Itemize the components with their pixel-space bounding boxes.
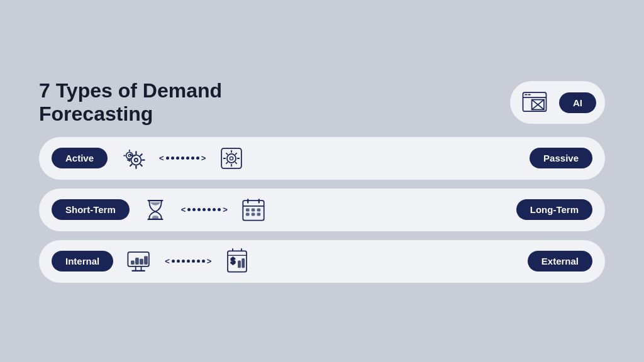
calendar-icon: [238, 194, 269, 226]
page-title: 7 Types of DemandForecasting: [39, 79, 497, 126]
svg-rect-57: [238, 261, 241, 268]
svg-rect-40: [252, 209, 254, 211]
dots-arrow-3: < >: [165, 256, 211, 266]
svg-line-33: [235, 153, 236, 155]
active-badge: Active: [52, 148, 108, 168]
shortterm-longterm-row: Short-Term < >: [39, 189, 605, 231]
main-container: 7 Types of DemandForecasting AI Activ: [39, 79, 605, 283]
svg-rect-52: [136, 258, 138, 265]
svg-point-18: [128, 155, 131, 157]
svg-point-25: [230, 156, 233, 160]
external-badge: External: [528, 251, 592, 272]
svg-rect-41: [257, 209, 260, 211]
longterm-badge: Long-Term: [516, 199, 592, 220]
svg-point-24: [227, 154, 236, 163]
dots-arrow-1: < >: [159, 153, 206, 163]
svg-line-30: [226, 153, 228, 155]
svg-rect-39: [246, 209, 248, 211]
svg-line-16: [140, 154, 142, 155]
svg-line-14: [140, 164, 142, 165]
browser-icon: [519, 87, 550, 118]
svg-line-32: [226, 162, 228, 163]
passive-badge: Passive: [530, 148, 592, 168]
hourglass-icon: [140, 194, 171, 226]
active-passive-row: Active: [39, 137, 605, 180]
svg-rect-44: [257, 213, 260, 216]
svg-text:$: $: [231, 256, 236, 266]
svg-rect-42: [246, 213, 248, 216]
ai-badge: AI: [559, 92, 596, 113]
internal-external-row: Internal < >: [39, 240, 605, 283]
internal-badge: Internal: [52, 251, 113, 272]
gears-icon: [118, 143, 149, 174]
finance-board-icon: $: [221, 246, 253, 277]
svg-rect-58: [242, 258, 245, 267]
svg-rect-54: [145, 256, 147, 264]
svg-point-36: [152, 216, 158, 219]
ai-row-pill: AI: [510, 81, 605, 124]
svg-rect-43: [252, 213, 254, 216]
dots-arrow-2: < >: [181, 205, 228, 214]
svg-point-8: [135, 158, 138, 162]
title-section: 7 Types of DemandForecasting AI: [39, 79, 605, 126]
svg-line-15: [130, 164, 131, 165]
svg-rect-53: [140, 259, 143, 264]
monitor-chart-icon: [123, 246, 155, 277]
shortterm-badge: Short-Term: [52, 199, 130, 220]
svg-rect-51: [131, 261, 134, 264]
browser-svg: [521, 89, 548, 116]
svg-line-31: [235, 162, 236, 163]
gear-box-icon: [216, 143, 247, 174]
